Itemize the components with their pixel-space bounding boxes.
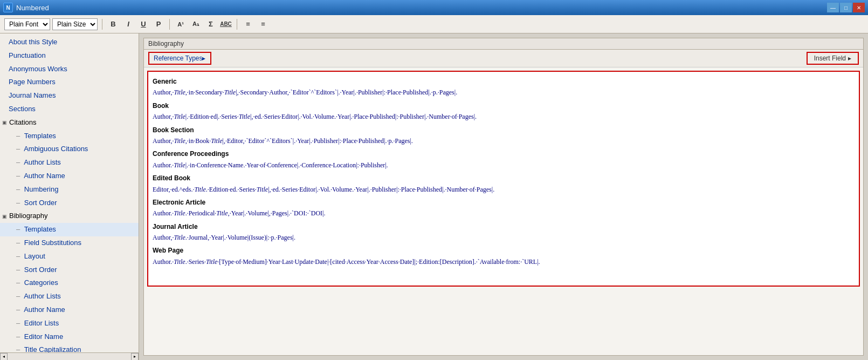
sidebar-group-bibliography[interactable]: ▣ Bibliography	[0, 209, 139, 223]
minimize-button[interactable]: —	[827, 3, 839, 12]
section-title-book: Book	[153, 100, 855, 111]
section-body-journal-article: Author,·Title.·Journal,·Year|.·Volume|(I…	[153, 232, 855, 243]
font-select[interactable]: Plain Font	[4, 18, 50, 30]
sidebar-item-about[interactable]: About this Style	[0, 36, 139, 49]
close-button[interactable]: ✕	[853, 3, 865, 12]
collapse-icon-citations: ▣	[2, 119, 7, 126]
underline-button[interactable]: U	[137, 18, 150, 30]
sidebar-item-journalnames[interactable]: Journal Names	[0, 89, 139, 103]
sidebar-scroll[interactable]: About this Style Punctuation Anonymous W…	[0, 33, 139, 352]
toolbar: Plain Font Plain Size B I U P A¹ A₁ Σ AB…	[0, 15, 868, 33]
toolbar-divider-2	[169, 19, 170, 30]
sidebar-item-ambiguous-citations[interactable]: – Ambiguous Citations	[0, 142, 139, 156]
section-title-web-page: Web Page	[153, 245, 855, 256]
scroll-right-button[interactable]: ▸	[131, 353, 139, 361]
italic-button[interactable]: I	[122, 18, 135, 30]
insert-field-button[interactable]: Insert Field ▸	[807, 52, 859, 65]
superscript-button[interactable]: A¹	[174, 18, 187, 30]
sidebar: About this Style Punctuation Anonymous W…	[0, 33, 139, 360]
bibliography-toolbar: Reference Types▸ Insert Field ▸	[144, 50, 863, 67]
section-body-edited-book: Editor,·ed.^eds.·Title.·Edition·ed.·Seri…	[153, 184, 855, 195]
reference-types-button[interactable]: Reference Types▸	[148, 52, 211, 65]
section-body-book-section: Author,·Title,·in·Book·Title|,·Editor,·`…	[153, 135, 855, 146]
sidebar-group-citations[interactable]: ▣ Citations	[0, 116, 139, 130]
section-body-web-page: Author.·Title.·Series·Title·[Type·of·Med…	[153, 256, 855, 267]
bibliography-header: Bibliography	[144, 38, 863, 50]
window-controls: — □ ✕	[827, 3, 865, 12]
title-bar-left: N Numbered	[3, 3, 49, 12]
section-title-electronic-article: Electronic Article	[153, 197, 855, 208]
sidebar-item-editor-name[interactable]: – Editor Name	[0, 330, 139, 344]
section-body-book: Author,·Title|.·Edition·ed|.·Series·Titl…	[153, 111, 855, 122]
collapse-icon-bibliography: ▣	[2, 213, 7, 220]
window-title: Numbered	[16, 4, 49, 12]
toolbar-divider-1	[102, 19, 102, 30]
main-layout: About this Style Punctuation Anonymous W…	[0, 33, 868, 360]
toolbar-divider-3	[237, 19, 237, 30]
size-select[interactable]: Plain Size	[52, 18, 98, 30]
title-bar: N Numbered — □ ✕	[0, 0, 868, 15]
sidebar-item-title-cap[interactable]: – Title Capitalization	[0, 343, 139, 352]
align-right-button[interactable]: ≡	[257, 18, 270, 30]
section-title-book-section: Book Section	[153, 125, 855, 135]
content-area: Bibliography Reference Types▸ Insert Fie…	[139, 33, 868, 360]
sidebar-item-sections[interactable]: Sections	[0, 103, 139, 116]
subscript-button[interactable]: A₁	[189, 18, 202, 30]
sidebar-item-numbering[interactable]: – Numbering	[0, 183, 139, 196]
scroll-left-button[interactable]: ◂	[0, 353, 8, 361]
section-body-electronic-article: Author.·Title.·Periodical·Title,·Year|.·…	[153, 208, 855, 219]
section-body-generic: Author,·Title,·in·Secondary·Title|,·Seco…	[153, 87, 855, 98]
align-left-button[interactable]: ≡	[242, 18, 254, 30]
maximize-button[interactable]: □	[840, 3, 852, 12]
sidebar-item-pagenumbers[interactable]: Page Numbers	[0, 76, 139, 89]
sigma-button[interactable]: Σ	[204, 18, 217, 30]
section-title-journal-article: Journal Article	[153, 221, 855, 232]
sidebar-item-editor-lists[interactable]: – Editor Lists	[0, 317, 139, 330]
section-body-conference-proceedings: Author.·Title|.·in·Conference·Name.·Year…	[153, 160, 855, 171]
sidebar-scrollbar-bottom: ◂ ▸	[0, 352, 139, 360]
sidebar-item-citations-authorlists[interactable]: – Author Lists	[0, 156, 139, 169]
sidebar-item-bib-authorname[interactable]: – Author Name	[0, 303, 139, 317]
sidebar-item-bib-templates[interactable]: – Templates	[0, 223, 139, 236]
sidebar-item-bib-authorlists[interactable]: – Author Lists	[0, 290, 139, 303]
sidebar-item-categories[interactable]: – Categories	[0, 276, 139, 290]
section-title-edited-book: Edited Book	[153, 173, 855, 184]
abc-button[interactable]: ABC	[219, 18, 232, 30]
bold-button[interactable]: B	[107, 18, 120, 30]
sidebar-item-punctuation[interactable]: Punctuation	[0, 49, 139, 63]
sidebar-item-anonymous[interactable]: Anonymous Works	[0, 63, 139, 76]
sidebar-item-layout[interactable]: – Layout	[0, 250, 139, 263]
bibliography-panel: Bibliography Reference Types▸ Insert Fie…	[143, 38, 864, 356]
sidebar-item-field-substitutions[interactable]: – Field Substitutions	[0, 236, 139, 250]
templates-content[interactable]: GenericAuthor,·Title,·in·Secondary·Title…	[147, 71, 860, 287]
sidebar-item-citations-authorname[interactable]: – Author Name	[0, 169, 139, 183]
section-title-generic: Generic	[153, 76, 855, 87]
section-title-conference-proceedings: Conference Proceedings	[153, 148, 855, 159]
sidebar-item-citations-sortorder[interactable]: – Sort Order	[0, 196, 139, 210]
plain-button[interactable]: P	[152, 18, 165, 30]
sidebar-item-citations-templates[interactable]: – Templates	[0, 130, 139, 143]
sidebar-item-sortorder[interactable]: – Sort Order	[0, 263, 139, 277]
app-icon: N	[3, 3, 13, 12]
